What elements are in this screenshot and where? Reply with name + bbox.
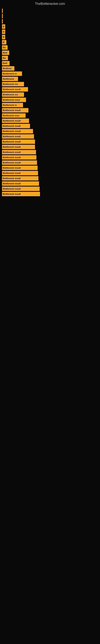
bar-label: Bottleneck result xyxy=(3,140,21,143)
bar-row: Bottleneck result xyxy=(2,155,100,160)
bar-item: Bottleneck resu xyxy=(2,113,26,118)
bar-label: Bottleneck res xyxy=(3,94,18,96)
bar-label: Bottleneck result xyxy=(3,177,21,180)
bar-item: Bo xyxy=(2,56,8,60)
bar-row: Bottleneck res xyxy=(2,92,100,97)
bar-item: B xyxy=(2,40,6,44)
bar-row: Bottlene xyxy=(2,66,100,71)
bar-row: Bottleneck result xyxy=(2,140,100,144)
bar-label: B xyxy=(3,41,4,44)
bar-item: Bottleneck result xyxy=(2,118,29,123)
bar-item: Bottleneck result xyxy=(2,186,40,191)
bar-label: Bottleneck re xyxy=(3,72,17,75)
bar-label: Bottleneck result xyxy=(3,88,21,90)
bar-label: Bottleneck res xyxy=(3,83,18,85)
bar-row: Bottleneck result xyxy=(2,124,100,128)
bar-label: Bo xyxy=(3,57,6,59)
bar-row: Bottleneck result xyxy=(2,166,100,170)
bar-row: Bo xyxy=(2,56,100,60)
bar-item: Bottleneck result xyxy=(2,160,37,165)
bar-row xyxy=(2,9,100,13)
bar-row: Bottleneck result xyxy=(2,118,100,123)
bar-row: Bottleneck resul xyxy=(2,98,100,102)
bar-label: Bottleneck resu xyxy=(3,114,19,117)
bar-item: Bottleneck res xyxy=(2,92,24,97)
bar-label: Bottlene xyxy=(3,67,12,70)
bar-label: Bottleneck result xyxy=(3,135,21,138)
bar-row xyxy=(2,19,100,24)
bar-row: Bottleneck result xyxy=(2,176,100,180)
bar-label: Bottleneck result xyxy=(3,182,21,185)
bar-row: Bo xyxy=(2,45,100,50)
bar-item: Bottleneck result xyxy=(2,140,35,144)
bar-row: Bottleneck re xyxy=(2,103,100,107)
bar-label: Bottleneck result xyxy=(3,167,21,169)
bar-item: Bottleneck result xyxy=(2,150,36,154)
bar-row: Bottleneck xyxy=(2,77,100,81)
bar-label: Bottleneck re xyxy=(3,104,17,106)
bar-item: B xyxy=(2,30,5,34)
bar-item: Bott xyxy=(2,50,9,55)
bar-label: Bottleneck result xyxy=(3,188,21,190)
bar-item: Bottleneck result xyxy=(2,181,39,186)
bar-item: Bottleneck result xyxy=(2,171,38,175)
bar-label: B xyxy=(3,30,4,33)
bar-label: Bottleneck resul xyxy=(3,98,20,101)
bar-item: Bottleneck result xyxy=(2,108,28,112)
bar-item: Bo xyxy=(2,45,8,50)
bar-label: Bo xyxy=(3,46,6,49)
bar-item: Bottleneck resul xyxy=(2,98,26,102)
bar-row: Bottleneck result xyxy=(2,87,100,92)
bar-row: B xyxy=(2,30,100,34)
bar-row: Bott xyxy=(2,61,100,66)
bar-label: Bottleneck result xyxy=(3,193,21,195)
bar-item: Bottleneck re xyxy=(2,103,23,107)
bar-item: Bottleneck result xyxy=(2,192,40,196)
bar-label: Bottleneck result xyxy=(3,130,21,132)
bar-label: Bottleneck result xyxy=(3,120,21,122)
bar-row: Bottleneck result xyxy=(2,160,100,165)
bar-item: B xyxy=(2,35,5,39)
bar-item: Bottleneck result xyxy=(2,134,34,139)
bar-item: B xyxy=(2,24,5,29)
bar-item: Bottleneck result xyxy=(2,176,38,180)
bar-row: Bottleneck result xyxy=(2,145,100,149)
bar-label: Bottleneck result xyxy=(3,172,21,174)
bar-item xyxy=(2,9,3,13)
bar-item: Bottleneck result xyxy=(2,87,28,92)
bar-item: Bottleneck result xyxy=(2,155,36,160)
bar-row: Bottleneck result xyxy=(2,186,100,191)
bar-row: B xyxy=(2,35,100,39)
bar-item xyxy=(2,14,3,18)
bar-row: B xyxy=(2,40,100,44)
bar-label: Bottleneck result xyxy=(3,156,21,158)
bar-row: Bottleneck result xyxy=(2,108,100,112)
bar-label: B xyxy=(3,36,4,38)
bar-row: Bottleneck res xyxy=(2,82,100,86)
bar-item xyxy=(2,19,3,24)
bar-label: Bottleneck result xyxy=(3,109,21,112)
bar-item: Bottleneck result xyxy=(2,129,33,134)
bar-item: Bottleneck result xyxy=(2,145,35,149)
bars-container: BBBBBoBottBoBottBottleneBottleneck reBot… xyxy=(0,7,100,199)
bar-label: Bottleneck result xyxy=(3,146,21,148)
bar-item: Bottleneck res xyxy=(2,82,24,86)
bar-row: Bottleneck result xyxy=(2,134,100,139)
bar-row: Bottleneck re xyxy=(2,72,100,76)
bar-item: Bottleneck result xyxy=(2,124,30,128)
bar-row: Bott xyxy=(2,50,100,55)
bar-label: Bott xyxy=(3,52,7,54)
bar-row: Bottleneck resu xyxy=(2,113,100,118)
bar-item: Bottleneck result xyxy=(2,166,38,170)
site-title: TheBottlenecker.com xyxy=(0,0,100,7)
bar-label: B xyxy=(3,25,4,28)
bar-row: Bottleneck result xyxy=(2,150,100,154)
bar-item: Bottlene xyxy=(2,66,14,71)
bar-label: Bottleneck result xyxy=(3,151,21,153)
bar-row: Bottleneck result xyxy=(2,181,100,186)
bar-row: Bottleneck result xyxy=(2,171,100,175)
bar-label: Bott xyxy=(3,62,7,64)
bar-label: Bottleneck result xyxy=(3,162,21,164)
bar-item: Bottleneck re xyxy=(2,72,22,76)
bar-row: B xyxy=(2,24,100,29)
